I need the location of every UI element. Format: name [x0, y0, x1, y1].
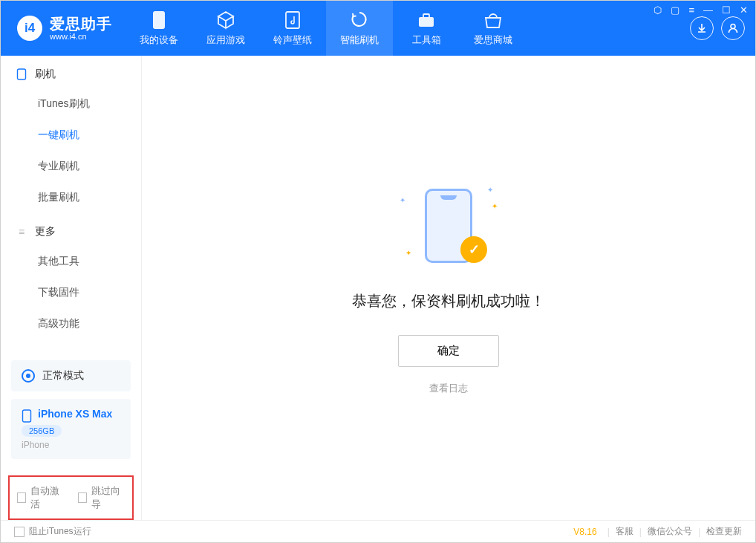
sidebar: 刷机 iTunes刷机 一键刷机 专业刷机 批量刷机 ≡ 更多 其他工具 下载固…: [1, 56, 142, 520]
store-icon: [483, 10, 503, 30]
svg-rect-2: [419, 17, 434, 27]
nav-store[interactable]: 爱思商城: [460, 1, 527, 56]
version-label: V8.16: [573, 527, 596, 537]
svg-rect-3: [423, 14, 429, 18]
sparkle-icon: ✦: [405, 249, 411, 257]
bottom-checkbox-row: 自动激活 跳过向导: [8, 475, 134, 520]
main-content: ✦ ✦ ✦ ✦ ✓ 恭喜您，保资料刷机成功啦！ 确定 查看日志: [142, 56, 755, 520]
download-icon: [696, 22, 708, 34]
checkbox-skip-guide[interactable]: 跳过向导: [78, 484, 126, 511]
device-type: iPhone: [22, 440, 120, 450]
ok-button[interactable]: 确定: [398, 335, 499, 367]
sidebar-bottom: 正常模式 iPhone XS Max 256GB iPhone: [1, 360, 141, 469]
menu-icon[interactable]: ≡: [688, 4, 694, 16]
sidebar-item-itunes[interactable]: iTunes刷机: [1, 88, 141, 120]
sidebar-group-flash: 刷机: [1, 56, 141, 88]
maximize-icon[interactable]: ☐: [722, 4, 731, 16]
checkbox-icon: [14, 527, 25, 537]
logo-icon: i4: [17, 16, 42, 41]
user-button[interactable]: [721, 16, 745, 40]
refresh-shield-icon: [350, 10, 369, 30]
sidebar-item-oneclick[interactable]: 一键刷机: [1, 120, 141, 151]
checkbox-auto-activate[interactable]: 自动激活: [17, 484, 65, 511]
app-header: ⬡ ▢ ≡ — ☐ ✕ i4 爱思助手 www.i4.cn 我的设备 应用游戏 …: [1, 1, 755, 56]
main-nav: 我的设备 应用游戏 铃声壁纸 智能刷机 工具箱 爱思商城: [126, 1, 527, 56]
sparkle-icon: ✦: [487, 186, 493, 194]
sidebar-item-batch[interactable]: 批量刷机: [1, 182, 141, 213]
feedback-icon[interactable]: ⬡: [654, 4, 662, 16]
skin-icon[interactable]: ▢: [671, 4, 680, 16]
sidebar-item-firmware[interactable]: 下载固件: [1, 277, 141, 308]
view-log-link[interactable]: 查看日志: [429, 382, 468, 395]
status-bar: 阻止iTunes运行 V8.16 | 客服 | 微信公众号 | 检查更新: [1, 520, 755, 542]
sidebar-item-advanced[interactable]: 高级功能: [1, 308, 141, 339]
app-name: 爱思助手: [50, 16, 112, 32]
app-logo[interactable]: i4 爱思助手 www.i4.cn: [1, 1, 126, 56]
device-capacity: 256GB: [22, 425, 62, 437]
app-website: www.i4.cn: [50, 32, 112, 41]
nav-device[interactable]: 我的设备: [126, 1, 192, 56]
sidebar-item-pro[interactable]: 专业刷机: [1, 151, 141, 182]
nav-ringtone[interactable]: 铃声壁纸: [259, 1, 326, 56]
checkbox-icon: [17, 492, 26, 503]
window-controls: ⬡ ▢ ≡ — ☐ ✕: [654, 4, 748, 16]
cube-icon: [216, 10, 235, 30]
toolbox-icon: [417, 10, 436, 30]
device-mode-card[interactable]: 正常模式: [11, 360, 131, 391]
nav-toolbox[interactable]: 工具箱: [393, 1, 460, 56]
body-area: 刷机 iTunes刷机 一键刷机 专业刷机 批量刷机 ≡ 更多 其他工具 下载固…: [1, 56, 755, 520]
checkbox-icon: [78, 492, 87, 503]
svg-rect-5: [18, 69, 26, 79]
list-icon: ≡: [16, 226, 27, 238]
sidebar-group-more: ≡ 更多: [1, 213, 141, 246]
update-link[interactable]: 检查更新: [706, 525, 742, 538]
close-icon[interactable]: ✕: [740, 4, 748, 16]
user-icon: [727, 22, 739, 34]
nav-flash[interactable]: 智能刷机: [326, 1, 393, 56]
sparkle-icon: ✦: [492, 202, 498, 210]
music-file-icon: [283, 10, 302, 30]
svg-point-4: [731, 25, 735, 29]
wechat-link[interactable]: 微信公众号: [648, 525, 692, 538]
sidebar-item-tools[interactable]: 其他工具: [1, 246, 141, 277]
support-link[interactable]: 客服: [616, 525, 633, 538]
check-badge-icon: ✓: [460, 236, 487, 263]
svg-rect-7: [23, 410, 31, 422]
nav-apps[interactable]: 应用游戏: [192, 1, 259, 56]
phone-outline-icon: [16, 68, 27, 80]
download-button[interactable]: [690, 16, 714, 40]
device-name: iPhone XS Max: [38, 408, 112, 420]
checkbox-block-itunes[interactable]: 阻止iTunes运行: [14, 525, 91, 538]
success-message: 恭喜您，保资料刷机成功啦！: [352, 291, 545, 311]
svg-rect-0: [153, 11, 165, 29]
svg-point-6: [26, 374, 30, 378]
mode-icon: [22, 369, 35, 383]
success-illustration: ✦ ✦ ✦ ✦ ✓: [404, 181, 493, 270]
svg-rect-1: [286, 12, 299, 28]
phone-icon: [149, 10, 169, 30]
minimize-icon[interactable]: —: [703, 4, 713, 16]
device-icon: [22, 409, 32, 423]
device-card[interactable]: iPhone XS Max 256GB iPhone: [11, 399, 131, 459]
sparkle-icon: ✦: [400, 196, 405, 204]
